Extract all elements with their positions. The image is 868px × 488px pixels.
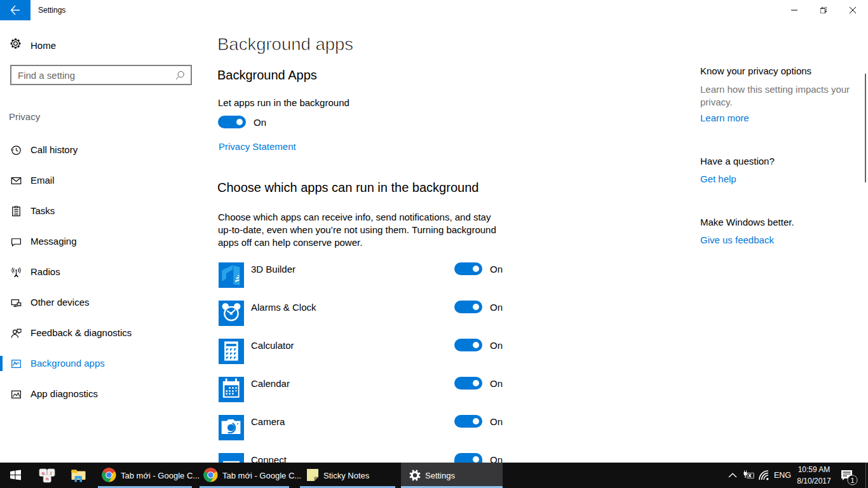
svg-text:u: u [41, 470, 44, 476]
svg-text:i: i [50, 470, 51, 476]
svg-text:1: 1 [850, 477, 854, 484]
svg-text:n: n [46, 476, 49, 482]
